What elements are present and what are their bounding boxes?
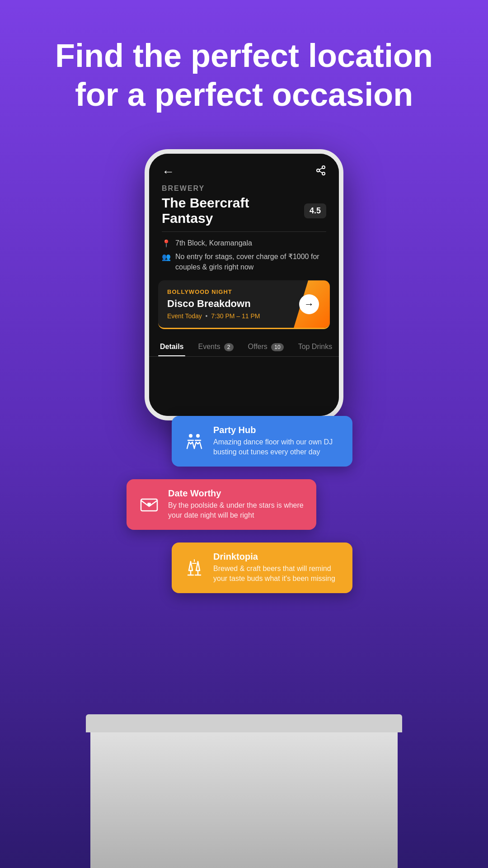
back-button[interactable]: ←: [162, 165, 174, 179]
location-icon: 📍: [162, 239, 171, 248]
entry-icon: 👥: [162, 253, 171, 261]
pedestal: [86, 714, 402, 868]
party-hub-card: Party Hub Amazing dance floor with our o…: [172, 416, 352, 467]
hero-section: Find the perfect location for a perfect …: [0, 0, 488, 114]
drinktopia-icon: [183, 556, 206, 580]
date-worthy-icon: [137, 493, 161, 516]
drinktopia-title: Drinktopia: [213, 552, 342, 562]
events-badge: 2: [224, 343, 234, 351]
event-tag: BOLLYWOOD NIGHT: [167, 288, 321, 295]
entry-row: 👥 No entry for stags, cover charge of ₹1…: [162, 252, 326, 272]
party-hub-icon: [183, 429, 206, 453]
phone-topbar: ←: [149, 154, 339, 184]
drinktopia-content: Drinktopia Brewed & craft beers that wil…: [213, 552, 342, 584]
offers-badge: 10: [271, 343, 283, 351]
phone-shell: ← BREWERY The Beercraft Fantasy 4.5: [145, 149, 343, 420]
pedestal-top: [86, 714, 402, 732]
date-worthy-desc: By the poolside & under the stars is whe…: [168, 500, 305, 521]
location-row: 📍 7th Block, Koramangala: [162, 238, 326, 248]
location-text: 7th Block, Koramangala: [175, 238, 252, 248]
date-worthy-card: Date Worthy By the poolside & under the …: [127, 479, 316, 530]
party-hub-title: Party Hub: [213, 425, 342, 435]
event-today-label: Event Today: [167, 312, 202, 320]
drinktopia-desc: Brewed & craft beers that will remind yo…: [213, 564, 342, 584]
venue-category: BREWERY: [149, 184, 339, 193]
event-time: Event Today • 7:30 PM – 11 PM: [167, 312, 321, 320]
hero-title: Find the perfect location for a perfect …: [27, 36, 461, 114]
svg-line-3: [319, 171, 323, 173]
phone-tabs: Details Events 2 Offers 10 Top Drinks: [149, 337, 339, 357]
tab-details[interactable]: Details: [158, 337, 185, 356]
event-arrow[interactable]: →: [299, 294, 319, 314]
rating-badge: 4.5: [304, 203, 326, 218]
party-hub-desc: Amazing dance floor with our own DJ bust…: [213, 437, 342, 458]
entry-text: No entry for stags, cover charge of ₹100…: [175, 252, 326, 272]
date-worthy-title: Date Worthy: [168, 488, 305, 499]
divider: [162, 231, 326, 232]
drinktopia-card: Drinktopia Brewed & craft beers that wil…: [172, 542, 352, 593]
venue-title: The Beercraft Fantasy: [162, 195, 304, 226]
venue-title-row: The Beercraft Fantasy 4.5: [149, 193, 339, 231]
venue-meta: 📍 7th Block, Koramangala 👥 No entry for …: [149, 238, 339, 272]
tab-top-drinks[interactable]: Top Drinks: [296, 337, 334, 356]
event-card[interactable]: BOLLYWOOD NIGHT Disco Breakdown Event To…: [158, 280, 330, 329]
phone-mockup: ← BREWERY The Beercraft Fantasy 4.5: [145, 149, 343, 420]
tab-events[interactable]: Events 2: [196, 337, 235, 356]
tab-offers[interactable]: Offers 10: [246, 337, 286, 356]
party-hub-content: Party Hub Amazing dance floor with our o…: [213, 425, 342, 458]
share-button[interactable]: [315, 165, 326, 179]
phone-screen: ← BREWERY The Beercraft Fantasy 4.5: [149, 154, 339, 416]
event-name: Disco Breakdown: [167, 298, 321, 310]
svg-point-5: [189, 434, 192, 438]
pedestal-body: [90, 732, 398, 868]
event-time-value: 7:30 PM – 11 PM: [211, 312, 260, 320]
svg-line-4: [319, 168, 323, 170]
date-worthy-content: Date Worthy By the poolside & under the …: [168, 488, 305, 521]
svg-point-6: [196, 434, 200, 438]
